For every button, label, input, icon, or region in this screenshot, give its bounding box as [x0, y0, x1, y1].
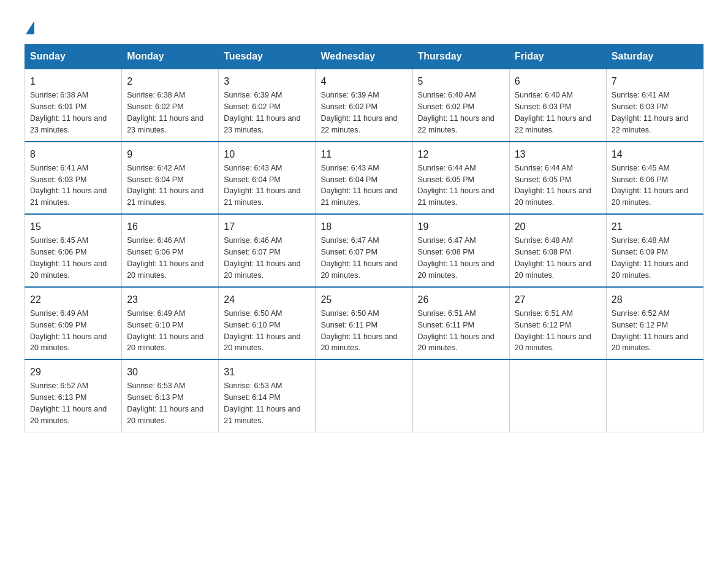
day-number: 30 [127, 365, 213, 379]
calendar-cell: 29Sunrise: 6:52 AMSunset: 6:13 PMDayligh… [25, 359, 122, 432]
day-number: 2 [127, 74, 213, 88]
calendar-cell [606, 359, 703, 432]
day-info: Sunrise: 6:45 AMSunset: 6:06 PMDaylight:… [30, 236, 107, 280]
calendar-cell: 8Sunrise: 6:41 AMSunset: 6:03 PMDaylight… [25, 142, 122, 215]
calendar-week-row: 29Sunrise: 6:52 AMSunset: 6:13 PMDayligh… [25, 359, 703, 432]
calendar-cell: 5Sunrise: 6:40 AMSunset: 6:02 PMDaylight… [412, 69, 509, 142]
calendar-cell: 24Sunrise: 6:50 AMSunset: 6:10 PMDayligh… [219, 287, 316, 360]
calendar-cell: 7Sunrise: 6:41 AMSunset: 6:03 PMDaylight… [606, 69, 703, 142]
calendar-cell: 15Sunrise: 6:45 AMSunset: 6:06 PMDayligh… [25, 214, 122, 287]
calendar-cell: 25Sunrise: 6:50 AMSunset: 6:11 PMDayligh… [316, 287, 412, 360]
column-header-monday: Monday [122, 45, 219, 69]
calendar-cell: 6Sunrise: 6:40 AMSunset: 6:03 PMDaylight… [509, 69, 606, 142]
day-number: 21 [612, 220, 698, 234]
day-number: 13 [515, 147, 601, 161]
day-number: 20 [515, 220, 601, 234]
day-info: Sunrise: 6:38 AMSunset: 6:02 PMDaylight:… [127, 91, 203, 134]
column-header-wednesday: Wednesday [316, 45, 412, 69]
calendar-table: SundayMondayTuesdayWednesdayThursdayFrid… [25, 44, 703, 432]
calendar-cell: 2Sunrise: 6:38 AMSunset: 6:02 PMDaylight… [122, 69, 219, 142]
day-info: Sunrise: 6:38 AMSunset: 6:01 PMDaylight:… [30, 91, 107, 134]
day-number: 1 [30, 74, 116, 88]
calendar-week-row: 22Sunrise: 6:49 AMSunset: 6:09 PMDayligh… [25, 287, 703, 360]
calendar-cell: 26Sunrise: 6:51 AMSunset: 6:11 PMDayligh… [412, 287, 509, 360]
day-info: Sunrise: 6:53 AMSunset: 6:13 PMDaylight:… [127, 381, 203, 425]
day-number: 9 [127, 147, 213, 161]
day-info: Sunrise: 6:43 AMSunset: 6:04 PMDaylight:… [224, 164, 300, 207]
calendar-cell: 21Sunrise: 6:48 AMSunset: 6:09 PMDayligh… [606, 214, 703, 287]
day-info: Sunrise: 6:39 AMSunset: 6:02 PMDaylight:… [224, 91, 300, 134]
calendar-cell: 12Sunrise: 6:44 AMSunset: 6:05 PMDayligh… [412, 142, 509, 215]
calendar-cell: 18Sunrise: 6:47 AMSunset: 6:07 PMDayligh… [316, 214, 412, 287]
day-info: Sunrise: 6:48 AMSunset: 6:08 PMDaylight:… [515, 236, 591, 280]
day-number: 6 [515, 74, 601, 88]
day-number: 23 [127, 293, 213, 307]
column-header-sunday: Sunday [25, 45, 122, 69]
day-number: 17 [224, 220, 310, 234]
day-number: 15 [30, 220, 116, 234]
day-number: 25 [320, 293, 407, 307]
day-number: 26 [418, 293, 504, 307]
day-info: Sunrise: 6:52 AMSunset: 6:12 PMDaylight:… [612, 309, 688, 353]
day-number: 14 [612, 147, 698, 161]
calendar-header-row: SundayMondayTuesdayWednesdayThursdayFrid… [25, 45, 703, 69]
day-info: Sunrise: 6:48 AMSunset: 6:09 PMDaylight:… [612, 236, 688, 280]
day-info: Sunrise: 6:39 AMSunset: 6:02 PMDaylight:… [320, 91, 397, 134]
day-number: 4 [320, 74, 407, 88]
day-number: 16 [127, 220, 213, 234]
calendar-cell: 20Sunrise: 6:48 AMSunset: 6:08 PMDayligh… [509, 214, 606, 287]
day-number: 31 [224, 365, 310, 379]
calendar-cell [412, 359, 509, 432]
day-info: Sunrise: 6:50 AMSunset: 6:10 PMDaylight:… [224, 309, 300, 353]
day-number: 27 [515, 293, 601, 307]
column-header-tuesday: Tuesday [219, 45, 316, 69]
calendar-cell: 9Sunrise: 6:42 AMSunset: 6:04 PMDaylight… [122, 142, 219, 215]
day-info: Sunrise: 6:47 AMSunset: 6:07 PMDaylight:… [320, 236, 397, 280]
calendar-cell: 28Sunrise: 6:52 AMSunset: 6:12 PMDayligh… [606, 287, 703, 360]
day-info: Sunrise: 6:46 AMSunset: 6:07 PMDaylight:… [224, 236, 300, 280]
day-info: Sunrise: 6:49 AMSunset: 6:10 PMDaylight:… [127, 309, 203, 353]
calendar-cell: 23Sunrise: 6:49 AMSunset: 6:10 PMDayligh… [122, 287, 219, 360]
day-number: 10 [224, 147, 310, 161]
day-info: Sunrise: 6:40 AMSunset: 6:03 PMDaylight:… [515, 91, 591, 134]
calendar-cell: 31Sunrise: 6:53 AMSunset: 6:14 PMDayligh… [219, 359, 316, 432]
calendar-cell: 11Sunrise: 6:43 AMSunset: 6:04 PMDayligh… [316, 142, 412, 215]
calendar-week-row: 15Sunrise: 6:45 AMSunset: 6:06 PMDayligh… [25, 214, 703, 287]
calendar-week-row: 8Sunrise: 6:41 AMSunset: 6:03 PMDaylight… [25, 142, 703, 215]
day-number: 7 [612, 74, 698, 88]
day-info: Sunrise: 6:42 AMSunset: 6:04 PMDaylight:… [127, 164, 203, 207]
page-header [25, 18, 703, 32]
calendar-cell: 4Sunrise: 6:39 AMSunset: 6:02 PMDaylight… [316, 69, 412, 142]
logo-triangle-icon [26, 21, 34, 34]
calendar-cell: 16Sunrise: 6:46 AMSunset: 6:06 PMDayligh… [122, 214, 219, 287]
day-info: Sunrise: 6:47 AMSunset: 6:08 PMDaylight:… [418, 236, 495, 280]
day-info: Sunrise: 6:41 AMSunset: 6:03 PMDaylight:… [612, 91, 688, 134]
calendar-cell: 14Sunrise: 6:45 AMSunset: 6:06 PMDayligh… [606, 142, 703, 215]
column-header-friday: Friday [509, 45, 606, 69]
calendar-week-row: 1Sunrise: 6:38 AMSunset: 6:01 PMDaylight… [25, 69, 703, 142]
calendar-cell: 27Sunrise: 6:51 AMSunset: 6:12 PMDayligh… [509, 287, 606, 360]
day-info: Sunrise: 6:41 AMSunset: 6:03 PMDaylight:… [30, 164, 107, 207]
day-number: 11 [320, 147, 407, 161]
day-number: 24 [224, 293, 310, 307]
column-header-thursday: Thursday [412, 45, 509, 69]
day-info: Sunrise: 6:52 AMSunset: 6:13 PMDaylight:… [30, 381, 107, 425]
day-number: 22 [30, 293, 116, 307]
day-info: Sunrise: 6:53 AMSunset: 6:14 PMDaylight:… [224, 381, 300, 425]
day-number: 5 [418, 74, 504, 88]
calendar-cell: 1Sunrise: 6:38 AMSunset: 6:01 PMDaylight… [25, 69, 122, 142]
day-info: Sunrise: 6:49 AMSunset: 6:09 PMDaylight:… [30, 309, 107, 353]
calendar-cell: 3Sunrise: 6:39 AMSunset: 6:02 PMDaylight… [219, 69, 316, 142]
day-info: Sunrise: 6:43 AMSunset: 6:04 PMDaylight:… [320, 164, 397, 207]
day-number: 28 [612, 293, 698, 307]
day-info: Sunrise: 6:51 AMSunset: 6:11 PMDaylight:… [418, 309, 495, 353]
day-info: Sunrise: 6:46 AMSunset: 6:06 PMDaylight:… [127, 236, 203, 280]
day-info: Sunrise: 6:44 AMSunset: 6:05 PMDaylight:… [418, 164, 495, 207]
day-info: Sunrise: 6:40 AMSunset: 6:02 PMDaylight:… [418, 91, 495, 134]
calendar-cell: 10Sunrise: 6:43 AMSunset: 6:04 PMDayligh… [219, 142, 316, 215]
day-number: 19 [418, 220, 504, 234]
calendar-cell [509, 359, 606, 432]
calendar-cell: 22Sunrise: 6:49 AMSunset: 6:09 PMDayligh… [25, 287, 122, 360]
day-info: Sunrise: 6:50 AMSunset: 6:11 PMDaylight:… [320, 309, 397, 353]
day-info: Sunrise: 6:44 AMSunset: 6:05 PMDaylight:… [515, 164, 591, 207]
